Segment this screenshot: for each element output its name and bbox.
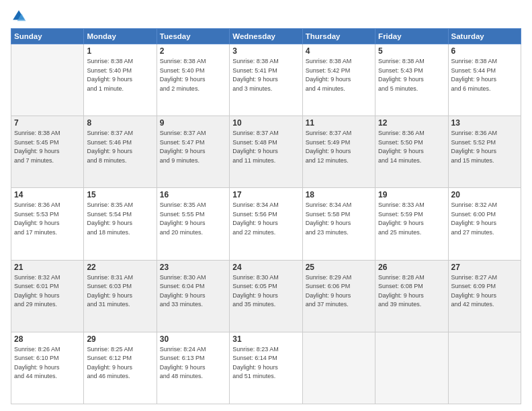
day-number: 7 [14, 118, 81, 128]
day-number: 14 [14, 190, 81, 199]
day-info: Sunrise: 8:26 AMSunset: 6:10 PMDaylight:… [14, 345, 81, 381]
calendar-cell: 7Sunrise: 8:38 AMSunset: 5:45 PMDaylight… [11, 116, 84, 188]
calendar-cell: 5Sunrise: 8:38 AMSunset: 5:43 PMDaylight… [375, 44, 448, 116]
day-number: 13 [451, 118, 518, 128]
day-info: Sunrise: 8:29 AMSunset: 6:06 PMDaylight:… [306, 273, 372, 310]
day-info: Sunrise: 8:30 AMSunset: 6:04 PMDaylight:… [160, 273, 226, 310]
calendar-cell: 19Sunrise: 8:33 AMSunset: 5:59 PMDayligh… [375, 188, 448, 260]
header [11, 8, 521, 24]
day-number: 10 [232, 118, 299, 128]
day-info: Sunrise: 8:37 AMSunset: 5:48 PMDaylight:… [232, 129, 299, 165]
calendar-header-sunday: Sunday [11, 29, 84, 44]
calendar-week-row: 14Sunrise: 8:36 AMSunset: 5:53 PMDayligh… [11, 188, 521, 260]
day-number: 20 [451, 190, 518, 199]
calendar-cell: 13Sunrise: 8:36 AMSunset: 5:52 PMDayligh… [448, 116, 521, 188]
calendar-header-friday: Friday [375, 29, 448, 44]
day-info: Sunrise: 8:38 AMSunset: 5:40 PMDaylight:… [87, 57, 153, 93]
day-number: 6 [451, 46, 518, 56]
calendar-cell [448, 332, 521, 404]
day-number: 30 [160, 334, 226, 344]
day-number: 29 [87, 334, 153, 344]
day-info: Sunrise: 8:37 AMSunset: 5:46 PMDaylight:… [87, 129, 153, 165]
calendar-cell: 21Sunrise: 8:32 AMSunset: 6:01 PMDayligh… [11, 260, 84, 332]
calendar-cell: 26Sunrise: 8:28 AMSunset: 6:08 PMDayligh… [375, 260, 448, 332]
day-number: 23 [160, 263, 226, 272]
calendar-cell: 18Sunrise: 8:34 AMSunset: 5:58 PMDayligh… [302, 188, 375, 260]
day-info: Sunrise: 8:37 AMSunset: 5:47 PMDaylight:… [160, 129, 226, 165]
day-info: Sunrise: 8:25 AMSunset: 6:12 PMDaylight:… [87, 345, 153, 381]
day-info: Sunrise: 8:28 AMSunset: 6:08 PMDaylight:… [378, 273, 445, 310]
calendar-week-row: 1Sunrise: 8:38 AMSunset: 5:40 PMDaylight… [11, 44, 521, 116]
day-number: 12 [378, 118, 445, 128]
calendar-cell: 28Sunrise: 8:26 AMSunset: 6:10 PMDayligh… [11, 332, 84, 404]
day-number: 11 [306, 118, 372, 128]
day-info: Sunrise: 8:35 AMSunset: 5:55 PMDaylight:… [160, 201, 226, 237]
day-number: 26 [378, 263, 445, 272]
calendar-header-row: SundayMondayTuesdayWednesdayThursdayFrid… [11, 29, 521, 44]
day-info: Sunrise: 8:36 AMSunset: 5:52 PMDaylight:… [451, 129, 518, 165]
calendar-week-row: 21Sunrise: 8:32 AMSunset: 6:01 PMDayligh… [11, 260, 521, 332]
day-info: Sunrise: 8:33 AMSunset: 5:59 PMDaylight:… [378, 201, 445, 237]
logo-icon [11, 8, 27, 24]
calendar-header-monday: Monday [84, 29, 157, 44]
calendar-cell: 16Sunrise: 8:35 AMSunset: 5:55 PMDayligh… [157, 188, 229, 260]
day-info: Sunrise: 8:34 AMSunset: 5:58 PMDaylight:… [306, 201, 372, 237]
logo [11, 8, 30, 24]
day-number: 2 [160, 46, 226, 56]
day-info: Sunrise: 8:38 AMSunset: 5:41 PMDaylight:… [232, 57, 299, 93]
calendar-cell: 24Sunrise: 8:30 AMSunset: 6:05 PMDayligh… [230, 260, 302, 332]
calendar-cell: 17Sunrise: 8:34 AMSunset: 5:56 PMDayligh… [230, 188, 302, 260]
day-number: 3 [232, 46, 299, 56]
day-info: Sunrise: 8:27 AMSunset: 6:09 PMDaylight:… [451, 273, 518, 310]
day-number: 16 [160, 190, 226, 199]
calendar-week-row: 7Sunrise: 8:38 AMSunset: 5:45 PMDaylight… [11, 116, 521, 188]
day-number: 8 [87, 118, 153, 128]
day-info: Sunrise: 8:37 AMSunset: 5:49 PMDaylight:… [306, 129, 372, 165]
calendar-cell: 14Sunrise: 8:36 AMSunset: 5:53 PMDayligh… [11, 188, 84, 260]
day-info: Sunrise: 8:38 AMSunset: 5:45 PMDaylight:… [14, 129, 81, 165]
day-number: 5 [378, 46, 445, 56]
calendar-cell: 30Sunrise: 8:24 AMSunset: 6:13 PMDayligh… [157, 332, 229, 404]
day-number: 27 [451, 263, 518, 272]
calendar-cell: 6Sunrise: 8:38 AMSunset: 5:44 PMDaylight… [448, 44, 521, 116]
calendar-week-row: 28Sunrise: 8:26 AMSunset: 6:10 PMDayligh… [11, 332, 521, 404]
day-number: 21 [14, 263, 81, 272]
calendar-cell: 27Sunrise: 8:27 AMSunset: 6:09 PMDayligh… [448, 260, 521, 332]
calendar-cell [302, 332, 375, 404]
calendar-cell: 31Sunrise: 8:23 AMSunset: 6:14 PMDayligh… [230, 332, 302, 404]
calendar-cell: 12Sunrise: 8:36 AMSunset: 5:50 PMDayligh… [375, 116, 448, 188]
calendar-cell: 10Sunrise: 8:37 AMSunset: 5:48 PMDayligh… [230, 116, 302, 188]
calendar-cell: 8Sunrise: 8:37 AMSunset: 5:46 PMDaylight… [84, 116, 157, 188]
day-info: Sunrise: 8:35 AMSunset: 5:54 PMDaylight:… [87, 201, 153, 237]
day-number: 19 [378, 190, 445, 199]
day-info: Sunrise: 8:31 AMSunset: 6:03 PMDaylight:… [87, 273, 153, 310]
calendar-cell: 4Sunrise: 8:38 AMSunset: 5:42 PMDaylight… [302, 44, 375, 116]
page: SundayMondayTuesdayWednesdayThursdayFrid… [0, 0, 532, 411]
day-number: 24 [232, 263, 299, 272]
calendar-header-tuesday: Tuesday [157, 29, 229, 44]
calendar-cell: 1Sunrise: 8:38 AMSunset: 5:40 PMDaylight… [84, 44, 157, 116]
calendar-cell: 15Sunrise: 8:35 AMSunset: 5:54 PMDayligh… [84, 188, 157, 260]
calendar-cell: 23Sunrise: 8:30 AMSunset: 6:04 PMDayligh… [157, 260, 229, 332]
day-number: 18 [306, 190, 372, 199]
day-number: 22 [87, 263, 153, 272]
calendar-header-saturday: Saturday [448, 29, 521, 44]
calendar-cell: 20Sunrise: 8:32 AMSunset: 6:00 PMDayligh… [448, 188, 521, 260]
calendar-header-wednesday: Wednesday [230, 29, 302, 44]
day-number: 4 [306, 46, 372, 56]
calendar-cell: 22Sunrise: 8:31 AMSunset: 6:03 PMDayligh… [84, 260, 157, 332]
day-info: Sunrise: 8:36 AMSunset: 5:53 PMDaylight:… [14, 201, 81, 237]
day-number: 1 [87, 46, 153, 56]
day-info: Sunrise: 8:38 AMSunset: 5:42 PMDaylight:… [306, 57, 372, 93]
calendar-cell [375, 332, 448, 404]
day-info: Sunrise: 8:32 AMSunset: 6:01 PMDaylight:… [14, 273, 81, 310]
day-info: Sunrise: 8:38 AMSunset: 5:43 PMDaylight:… [378, 57, 445, 93]
day-number: 15 [87, 190, 153, 199]
day-number: 17 [232, 190, 299, 199]
day-info: Sunrise: 8:24 AMSunset: 6:13 PMDaylight:… [160, 345, 226, 381]
day-info: Sunrise: 8:30 AMSunset: 6:05 PMDaylight:… [232, 273, 299, 310]
day-number: 28 [14, 334, 81, 344]
calendar-cell: 11Sunrise: 8:37 AMSunset: 5:49 PMDayligh… [302, 116, 375, 188]
calendar-cell: 9Sunrise: 8:37 AMSunset: 5:47 PMDaylight… [157, 116, 229, 188]
day-number: 25 [306, 263, 372, 272]
